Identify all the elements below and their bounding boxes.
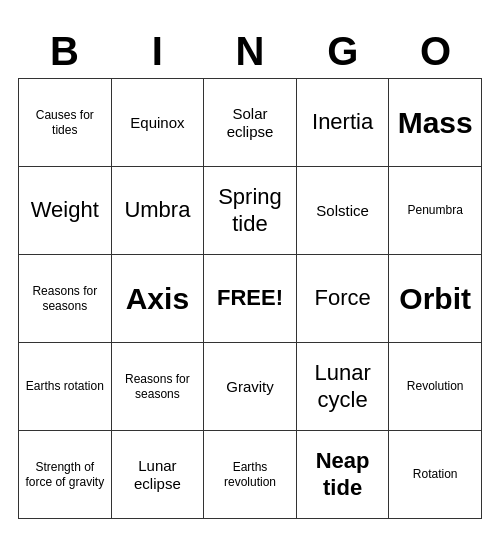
header-letter: G xyxy=(296,25,389,78)
cell-text: FREE! xyxy=(217,285,283,311)
header-letter: B xyxy=(18,25,111,78)
cell-text: Gravity xyxy=(226,378,274,396)
bingo-grid: Causes for tidesEquinoxSolar eclipseIner… xyxy=(18,78,482,519)
bingo-cell: Weight xyxy=(19,167,112,255)
bingo-cell: Earths rotation xyxy=(19,343,112,431)
bingo-cell: Solstice xyxy=(297,167,390,255)
cell-text: Lunar eclipse xyxy=(116,457,200,493)
cell-text: Neap tide xyxy=(301,448,385,501)
cell-text: Reasons for seasons xyxy=(23,284,107,313)
cell-text: Equinox xyxy=(130,114,184,132)
bingo-cell: Causes for tides xyxy=(19,79,112,167)
cell-text: Earths rotation xyxy=(26,379,104,393)
bingo-cell: Neap tide xyxy=(297,431,390,519)
bingo-header: BINGO xyxy=(18,25,482,78)
bingo-cell: Penumbra xyxy=(389,167,482,255)
bingo-cell: Solar eclipse xyxy=(204,79,297,167)
bingo-cell: Axis xyxy=(112,255,205,343)
bingo-cell: Gravity xyxy=(204,343,297,431)
cell-text: Mass xyxy=(398,105,473,141)
cell-text: Weight xyxy=(31,197,99,223)
bingo-cell: Mass xyxy=(389,79,482,167)
cell-text: Revolution xyxy=(407,379,464,393)
cell-text: Penumbra xyxy=(408,203,463,217)
cell-text: Umbra xyxy=(124,197,190,223)
cell-text: Lunar cycle xyxy=(301,360,385,413)
cell-text: Solar eclipse xyxy=(208,105,292,141)
bingo-cell: Earths revolution xyxy=(204,431,297,519)
bingo-cell: Umbra xyxy=(112,167,205,255)
cell-text: Reasons for seasons xyxy=(116,372,200,401)
bingo-cell: Revolution xyxy=(389,343,482,431)
bingo-cell: Rotation xyxy=(389,431,482,519)
bingo-cell: FREE! xyxy=(204,255,297,343)
cell-text: Spring tide xyxy=(208,184,292,237)
bingo-cell: Reasons for seasons xyxy=(112,343,205,431)
bingo-cell: Spring tide xyxy=(204,167,297,255)
header-letter: I xyxy=(111,25,204,78)
bingo-card: BINGO Causes for tidesEquinoxSolar eclip… xyxy=(10,17,490,527)
cell-text: Inertia xyxy=(312,109,373,135)
cell-text: Earths revolution xyxy=(208,460,292,489)
header-letter: N xyxy=(204,25,297,78)
cell-text: Force xyxy=(314,285,370,311)
header-letter: O xyxy=(389,25,482,78)
cell-text: Causes for tides xyxy=(23,108,107,137)
cell-text: Strength of force of gravity xyxy=(23,460,107,489)
bingo-cell: Orbit xyxy=(389,255,482,343)
cell-text: Axis xyxy=(126,281,189,317)
cell-text: Orbit xyxy=(399,281,471,317)
bingo-cell: Force xyxy=(297,255,390,343)
cell-text: Solstice xyxy=(316,202,369,220)
bingo-cell: Lunar cycle xyxy=(297,343,390,431)
bingo-cell: Equinox xyxy=(112,79,205,167)
bingo-cell: Reasons for seasons xyxy=(19,255,112,343)
bingo-cell: Inertia xyxy=(297,79,390,167)
bingo-cell: Lunar eclipse xyxy=(112,431,205,519)
bingo-cell: Strength of force of gravity xyxy=(19,431,112,519)
cell-text: Rotation xyxy=(413,467,458,481)
